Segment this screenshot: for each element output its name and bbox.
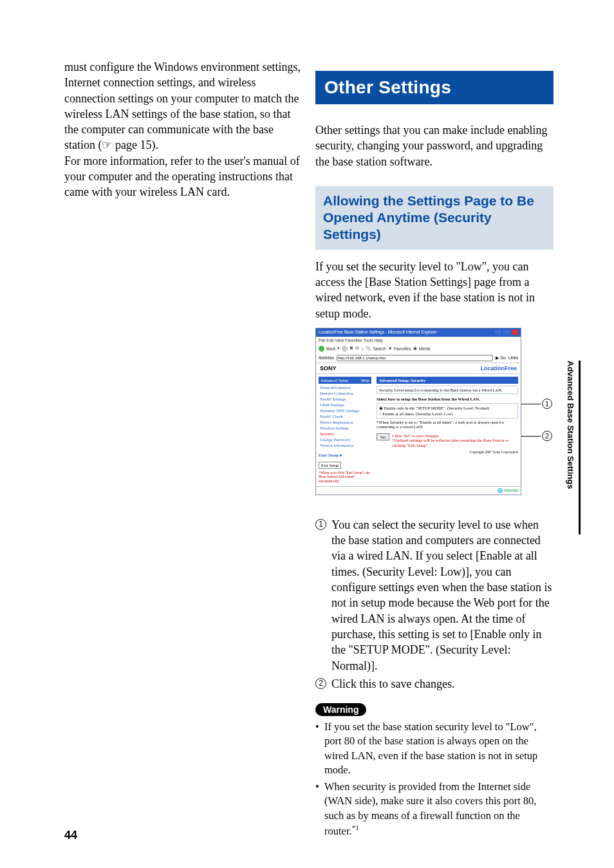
callout-line-2	[521, 436, 541, 437]
sidebar-item-internet-connection[interactable]: Internet Connection	[320, 391, 371, 395]
window-title-text: LocationFree Base Station Settings - Mic…	[319, 330, 437, 335]
section-intro: Other settings that you can make include…	[315, 122, 554, 169]
callout-explanation-1: 1 You can select the security level to u…	[315, 517, 554, 674]
panel-prompt: Select how to setup the Base Station fro…	[377, 397, 518, 401]
sidebar-item-security[interactable]: Security	[320, 431, 371, 436]
left-body-text: must configure the Windows environment s…	[64, 59, 302, 200]
warning-item-1: If you set the base station security lev…	[315, 720, 554, 777]
go-button[interactable]: ▶ Go	[496, 355, 505, 361]
exit-setup-button[interactable]: Exit Setup	[319, 462, 341, 469]
links-label: Links	[508, 355, 518, 360]
window-controls	[494, 330, 518, 335]
screenshot-figure: LocationFree Base Station Settings - Mic…	[315, 328, 554, 502]
callout-line-1	[521, 404, 541, 404]
set-button[interactable]: Set	[377, 433, 389, 440]
sidebar-item-wireless-settings[interactable]: Wireless Settings	[320, 426, 371, 430]
home-icon: ⌂	[361, 346, 364, 351]
security-note: *When Security is set to "Enable at all …	[377, 420, 518, 429]
sidebar-item-change-password[interactable]: Change Password	[320, 437, 371, 442]
status-bar: 🌐 Internet	[316, 486, 521, 495]
radio-option-normal[interactable]: ◉ Enable only in the "SETUP MODE". (Secu…	[379, 406, 516, 411]
address-input[interactable]	[337, 355, 493, 361]
search-icon: 🔍	[366, 346, 371, 351]
main-panel: Advanced Setup: Security Security Level …	[374, 374, 521, 484]
forward-icon	[342, 346, 348, 352]
back-label: Back	[326, 346, 335, 351]
brand-logo: SONY	[320, 365, 337, 372]
sidebar-item-upnp-settings[interactable]: UPnP Settings	[320, 402, 371, 407]
stop-icon: ✖	[349, 346, 353, 351]
close-icon	[512, 330, 518, 335]
set-note: Click "Set" to save changes.*Updated set…	[392, 433, 518, 448]
page-number: 44	[64, 829, 77, 842]
sidebar-item-dynamic-dns-settings[interactable]: Dynamic DNS Settings	[320, 408, 371, 413]
callout-text-1: You can select the security level to use…	[331, 517, 554, 674]
favorites-icon: ★	[388, 346, 392, 351]
chapter-tab: Advanced Base Station Settings	[566, 361, 581, 534]
back-icon	[319, 346, 324, 352]
refresh-icon: ⟳	[355, 346, 359, 351]
panel-desc: Security Level setup for connecting to t…	[377, 386, 518, 394]
exit-setup-note: *When you click "Exit Setup", the Base S…	[319, 471, 371, 483]
section-title: Other Settings	[315, 71, 554, 104]
copyright: Copyright 2007 Sony Corporation	[377, 450, 518, 454]
callout-explanation-2: 2 Click this to save changes.	[315, 676, 554, 692]
maximize-icon	[503, 330, 510, 335]
subsection-title: Allowing the Settings Page to Be Opened …	[315, 186, 554, 250]
minimize-icon	[495, 330, 501, 335]
help-link[interactable]: Help	[361, 378, 369, 382]
sidebar: Advanced SetupHelp Setup Information Int…	[316, 374, 374, 484]
sidebar-item-netav-check[interactable]: NetAV Check	[320, 414, 371, 419]
address-bar: Address ▶ Go Links	[316, 354, 521, 363]
address-label: Address	[319, 355, 334, 360]
easy-setup-link[interactable]: Easy Setup ▸	[319, 453, 371, 458]
search-label: Search	[373, 346, 386, 351]
sidebar-item-version-information[interactable]: Version Information	[320, 443, 371, 448]
footnote-ref: *1	[352, 824, 359, 831]
sidebar-item-setup-information[interactable]: Setup Information	[320, 385, 371, 390]
warning-item-2: When security is provided from the Inter…	[315, 780, 554, 838]
sidebar-header: Advanced Setup	[321, 378, 348, 382]
favorites-label: Favorites	[394, 346, 411, 351]
menubar: File Edit View Favorites Tools Help	[316, 337, 521, 344]
callout-number-2: 2	[315, 678, 326, 689]
callout-text-2: Click this to save changes.	[331, 676, 554, 692]
warning-label: Warning	[315, 703, 366, 716]
panel-heading: Advanced Setup: Security	[377, 377, 518, 384]
media-label: Media	[419, 346, 431, 351]
sidebar-item-netav-settings[interactable]: NetAV Settings	[320, 397, 371, 401]
callout-2: 2	[542, 431, 552, 441]
callout-1: 1	[542, 399, 552, 409]
callout-number-1: 1	[315, 519, 326, 530]
browser-window: LocationFree Base Station Settings - Mic…	[315, 328, 521, 495]
subsection-para: If you set the security level to "Low", …	[315, 259, 554, 321]
window-titlebar: LocationFree Base Station Settings - Mic…	[316, 328, 521, 337]
chapter-tab-label: Advanced Base Station Settings	[566, 361, 575, 489]
radio-option-low[interactable]: ○ Enable at all times. (Security Level: …	[379, 411, 516, 416]
sidebar-item-device-registration[interactable]: Device Registration	[320, 420, 371, 424]
product-name: LocationFree	[480, 365, 517, 372]
toolbar: Back ▾ ✖ ⟳ ⌂ 🔍Search ★Favorites ◉Media	[316, 344, 521, 354]
media-icon: ◉	[413, 346, 417, 351]
